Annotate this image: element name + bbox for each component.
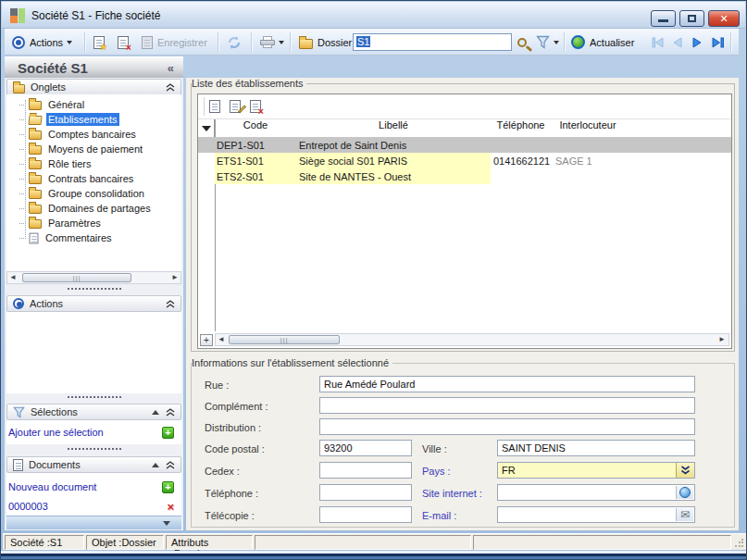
scroll-right-icon[interactable]: ► <box>716 334 728 345</box>
ville-label: Ville : <box>422 443 447 454</box>
scrollbar-thumb[interactable]: ||| <box>229 335 340 344</box>
scroll-right-icon[interactable]: ► <box>169 272 181 283</box>
collapse-panel-icon[interactable] <box>166 408 175 417</box>
scroll-left-icon[interactable]: ◄ <box>216 334 227 345</box>
table-row[interactable]: ETS2-S01 Site de NANTES - Ouest <box>198 168 731 184</box>
site-internet-field[interactable] <box>497 484 695 501</box>
collapse-panel-icon[interactable] <box>166 300 175 308</box>
email-field[interactable]: ✉ <box>497 506 695 523</box>
open-website-button[interactable] <box>676 486 693 499</box>
cedex-field[interactable] <box>319 462 412 479</box>
ville-field[interactable]: SAINT DENIS <box>497 440 695 456</box>
site-internet-label: Site internet : <box>422 488 482 499</box>
separator <box>564 32 565 52</box>
panel-documents-header[interactable]: Documents <box>6 456 181 473</box>
sidebar-item-parametres[interactable]: Paramètres <box>6 216 181 230</box>
scrollbar-thumb[interactable]: ||| <box>22 273 131 282</box>
refresh-button[interactable] <box>227 29 242 56</box>
sidebar-item-domaines-de-partages[interactable]: Domaines de partages <box>6 201 181 216</box>
folder-icon <box>29 205 42 214</box>
chevron-down-icon[interactable] <box>163 521 170 526</box>
sidebar-bottom-bar <box>6 516 181 529</box>
nav-last-button[interactable] <box>711 29 726 56</box>
sidebar-item-etablissements[interactable]: Etablissements <box>6 112 181 127</box>
nav-next-button[interactable] <box>691 29 703 56</box>
actions-menu-button[interactable]: Actions <box>12 29 72 56</box>
status-empty-cell <box>473 535 731 550</box>
sidebar: Onglets Général Etablissements Comptes b… <box>5 78 183 530</box>
table-horizontal-scrollbar[interactable]: ◄ ||| ► <box>215 333 729 346</box>
chevron-down-icon <box>67 41 72 44</box>
search-button[interactable] <box>517 29 527 56</box>
dossier-button[interactable]: Dossier <box>299 29 352 56</box>
table-bottom-bar: + ◄ ||| ► <box>200 333 729 346</box>
print-button[interactable] <box>260 29 284 56</box>
collapse-panel-icon[interactable] <box>166 461 175 469</box>
column-header-code[interactable]: Code <box>215 119 296 137</box>
resize-grip[interactable] <box>734 539 743 548</box>
close-button[interactable]: ✕ <box>708 10 740 27</box>
table-new-button[interactable] <box>209 100 220 113</box>
sidebar-item-moyens-de-paiement[interactable]: Moyens de paiement <box>6 142 181 156</box>
chevron-down-icon <box>554 41 559 44</box>
new-document-button[interactable]: + <box>162 481 174 493</box>
table-edit-button[interactable] <box>230 100 241 113</box>
add-selection-link[interactable]: Ajouter une sélection <box>8 427 104 438</box>
table-row[interactable]: ETS1-S01 Siège social S01 PARIS 01416621… <box>198 153 731 168</box>
scroll-left-icon[interactable]: ◄ <box>7 272 19 283</box>
sidebar-item-general[interactable]: Général <box>6 97 181 112</box>
panel-onglets-header[interactable]: Onglets <box>6 79 181 95</box>
new-document-link[interactable]: Nouveau document <box>8 481 96 492</box>
send-email-button[interactable]: ✉ <box>676 508 693 521</box>
column-header-telephone[interactable]: Téléphone <box>491 119 551 137</box>
new-record-button[interactable]: ★ <box>93 29 105 56</box>
delete-record-button[interactable]: × <box>118 29 129 56</box>
pays-combobox[interactable]: FR <box>497 462 695 479</box>
telephone-field[interactable] <box>319 484 412 501</box>
search-input[interactable]: S1 <box>353 33 512 51</box>
list-group-label: Liste des établissements <box>192 78 306 89</box>
filter-button[interactable] <box>536 29 559 56</box>
sidebar-item-groupe-consolidation[interactable]: Groupe consolidation <box>6 186 181 201</box>
splitter-handle[interactable] <box>5 396 183 398</box>
minimize-button[interactable] <box>651 10 676 27</box>
scroll-up-icon[interactable] <box>152 463 159 467</box>
sidebar-horizontal-scrollbar[interactable]: ◄ ||| ► <box>6 271 181 284</box>
distribution-field[interactable] <box>319 418 695 435</box>
sidebar-item-comptes-bancaires[interactable]: Comptes bancaires <box>6 127 181 142</box>
add-selection-button[interactable]: + <box>162 427 174 439</box>
pays-dropdown-button[interactable] <box>676 463 694 478</box>
scroll-up-icon[interactable] <box>152 410 159 415</box>
nav-previous-button[interactable] <box>671 29 683 56</box>
sidebar-item-contrats-bancaires[interactable]: Contrats bancaires <box>6 171 181 186</box>
panel-actions-header[interactable]: Actions <box>6 295 181 312</box>
pencil-icon <box>238 105 246 113</box>
document-link[interactable]: 0000003 <box>8 501 48 512</box>
info-groupbox: Informations sur l'établissement sélecti… <box>191 363 735 528</box>
collapse-panel-icon[interactable] <box>166 83 175 92</box>
splitter-handle[interactable] <box>5 448 183 450</box>
nav-first-button[interactable] <box>651 29 666 56</box>
splitter-handle[interactable] <box>5 288 183 290</box>
folder-icon <box>29 219 42 229</box>
save-label: Enregistrer <box>157 37 207 48</box>
collapse-sidebar-button[interactable]: « <box>168 61 174 75</box>
code-postal-field[interactable]: 93200 <box>319 440 412 456</box>
save-button[interactable]: Enregistrer <box>142 29 207 56</box>
complement-field[interactable] <box>319 397 695 414</box>
app-icon <box>10 8 25 23</box>
maximize-button[interactable] <box>679 10 704 27</box>
add-row-button[interactable]: + <box>200 334 213 346</box>
table-row[interactable]: DEP1-S01 Entrepot de Saint Denis <box>198 137 731 153</box>
table-delete-button[interactable]: × <box>250 100 261 113</box>
column-header-interlocuteur[interactable]: Interlocuteur <box>551 119 625 137</box>
delete-document-button[interactable]: × <box>167 500 174 514</box>
telecopie-field[interactable] <box>319 506 412 523</box>
rue-field[interactable]: Rue Amédé Poulard <box>319 376 695 392</box>
sidebar-item-commentaires[interactable]: Commentaires <box>6 230 181 245</box>
column-header-libelle[interactable]: Libellé <box>296 119 491 137</box>
row-selector-header[interactable] <box>198 119 215 137</box>
sidebar-item-role-tiers[interactable]: Rôle tiers <box>6 156 181 171</box>
panel-selections-header[interactable]: Sélections <box>6 404 181 420</box>
actualiser-button[interactable]: Actualiser <box>571 29 634 56</box>
